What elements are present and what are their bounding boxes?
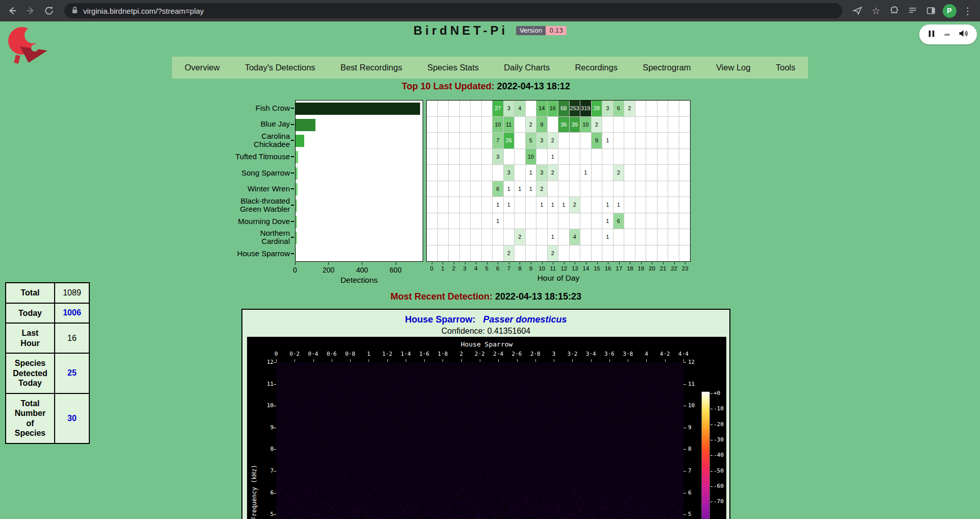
heatmap-cell [570, 149, 581, 165]
heatmap-cell [657, 229, 669, 245]
colorbar-tick-label: -70 [714, 498, 726, 505]
hour-axis-tick [575, 262, 575, 264]
back-button[interactable] [4, 3, 20, 19]
hour-axis-tick-label: 22 [669, 265, 680, 271]
birdnet-logo[interactable] [5, 26, 52, 68]
detection-panel: House Sparrow: Passer domesticus Confide… [241, 309, 730, 519]
hour-axis-tick-label: 9 [525, 265, 536, 271]
hour-axis-tick [432, 262, 432, 264]
hour-axis-tick [619, 262, 620, 264]
reload-button[interactable] [41, 3, 57, 19]
nav-item-overview[interactable]: Overview [181, 63, 224, 72]
extensions-icon[interactable] [886, 3, 902, 19]
spec-x-tick-label: 1·4 [397, 351, 414, 357]
heatmap-cell [646, 117, 657, 133]
heatmap-cell [646, 197, 657, 213]
bar-axis-tick [396, 262, 396, 265]
volume-button[interactable] [958, 28, 969, 41]
profile-avatar[interactable]: P [941, 3, 958, 19]
pause-button[interactable] [927, 30, 936, 40]
heatmap-cell: 2 [624, 101, 635, 117]
heatmap-cell [482, 133, 493, 149]
heatmap-cell [602, 181, 614, 197]
spec-y-tick [274, 493, 276, 493]
heatmap-cell [657, 101, 669, 117]
heatmap-cell [460, 245, 471, 262]
heatmap-cell [679, 197, 691, 213]
heatmap-cell [460, 213, 471, 230]
colorbar-tick-label: +0 [714, 390, 726, 397]
detection-species-link[interactable]: House Sparrow: [405, 314, 475, 325]
nav-item-species-stats[interactable]: Species Stats [423, 63, 483, 72]
spec-y-tick-label: 11 [256, 381, 274, 387]
heatmap-cell [646, 213, 657, 230]
heatmap-cell [657, 213, 669, 230]
detection-scientific-link[interactable]: Passer domesticus [483, 314, 567, 325]
seek-handle[interactable] [944, 34, 950, 36]
detections-bar-song-sparrow [296, 167, 298, 180]
heatmap-cell [624, 245, 635, 262]
spec-y-tick [683, 406, 686, 406]
stats-value-link[interactable]: 1006 [63, 308, 81, 317]
heatmap-cell [514, 149, 526, 165]
heatmap-cell [460, 149, 471, 165]
stats-value: 30 [55, 393, 89, 443]
heatmap-cell [646, 181, 657, 197]
heatmap-cell [449, 245, 460, 262]
heatmap-cell [679, 149, 691, 165]
heatmap-cell [427, 165, 438, 181]
nav-item-today-s-detections[interactable]: Today's Detections [241, 63, 320, 72]
heatmap-cell [570, 245, 581, 262]
forward-button[interactable] [22, 3, 39, 19]
nav-item-view-log[interactable]: View Log [712, 63, 755, 72]
nav-item-tools[interactable]: Tools [772, 63, 800, 72]
spec-y-tick [683, 514, 686, 515]
spec-x-tick-label: 0 [267, 351, 285, 357]
heatmap-cell: 2 [536, 181, 548, 197]
title-row: BirdNET-Pi Version 0.13 [0, 23, 980, 38]
screen: virginia.birdnetpi.com/?stream=play ☆ P … [0, 0, 980, 519]
most-recent-detection: Most Recent Detection: 2022-04-13 18:15:… [0, 291, 972, 302]
heatmap-cell: 3 [536, 133, 548, 149]
stats-value-text: 16 [67, 334, 77, 342]
nav-item-daily-charts[interactable]: Daily Charts [500, 63, 554, 72]
spec-x-tick-label: 2 [453, 351, 470, 357]
bar-axis-tick [295, 262, 296, 265]
heatmap-cell [482, 165, 493, 181]
spec-y-tick [683, 449, 686, 450]
heatmap-cell: 1 [526, 165, 537, 181]
stats-value-link[interactable]: 30 [67, 414, 77, 423]
heatmap-cell [427, 213, 438, 230]
url-bar[interactable]: virginia.birdnetpi.com/?stream=play [64, 3, 842, 18]
spec-x-tick [554, 359, 554, 362]
hour-axis-tick [487, 262, 487, 264]
heatmap-cell [438, 133, 449, 149]
heatmap-cell: 3 [504, 101, 515, 117]
spec-x-tick [461, 359, 462, 362]
heatmap-cell: 1 [602, 197, 614, 213]
menu-kebab-icon[interactable]: ⋮ [960, 3, 976, 19]
heatmap-cell [558, 229, 570, 245]
nav-item-best-recordings[interactable]: Best Recordings [336, 63, 406, 72]
side-panel-icon[interactable] [923, 3, 939, 19]
heatmap-cell [679, 245, 691, 262]
bookmark-star-icon[interactable]: ☆ [868, 3, 884, 19]
heatmap-cell [570, 165, 581, 181]
reading-list-icon[interactable] [904, 3, 921, 19]
nav-item-spectrogram[interactable]: Spectrogram [639, 63, 695, 72]
audio-player[interactable] [919, 24, 977, 44]
heatmap-cell [493, 245, 504, 262]
stats-value-link[interactable]: 25 [67, 368, 77, 377]
row-axis-tick [291, 140, 294, 141]
heatmap-cell [635, 149, 647, 165]
share-icon[interactable] [849, 3, 866, 19]
nav-item-recordings[interactable]: Recordings [571, 63, 621, 72]
hour-axis-label: Hour of Day [426, 274, 691, 283]
spec-y-tick [274, 471, 276, 472]
heatmap-cell [526, 197, 537, 213]
heatmap-cell: 1 [614, 197, 625, 213]
heatmap-cell [624, 229, 635, 245]
spec-y-tick [274, 406, 276, 406]
spec-y-tick-label: 8 [688, 446, 705, 452]
row-axis-tick [291, 205, 294, 206]
